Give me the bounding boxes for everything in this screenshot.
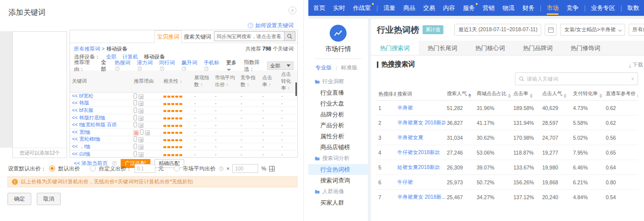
sidebar-item-brand-analysis[interactable]: 品牌分析 [308, 109, 368, 120]
sort-ctr[interactable]: 点击率 ↑ [260, 74, 279, 89]
calendar-button[interactable] [545, 24, 557, 36]
search-word-link[interactable]: 牛仔裙 [397, 179, 413, 185]
terminal-dropdown[interactable]: 所有终端 [629, 24, 644, 36]
nav-realtime[interactable]: 实时 [329, 0, 349, 16]
nav-home[interactable]: 首页 [309, 0, 329, 16]
sidebar-item-industry-overview[interactable]: 行业大盘 [308, 98, 368, 109]
nav-business-zone[interactable]: 业务专区 [587, 0, 619, 16]
clear-icon[interactable]: × [631, 76, 634, 82]
sort-pay-conversion[interactable]: 支付转化率 [572, 90, 604, 98]
keyword-link[interactable]: << 宽t恤 [72, 129, 90, 135]
keyword-filter-searchbox[interactable]: × [515, 72, 638, 85]
tab-product-words[interactable]: 宝贝推词 [154, 30, 182, 43]
search-word-link[interactable]: 半身裙 [397, 105, 413, 110]
tab-search-keywords[interactable]: 搜索关键词 [182, 30, 213, 43]
radio-custom-bid[interactable] [90, 166, 96, 171]
nav-service[interactable]: 服务 [459, 0, 479, 16]
sort-relevance[interactable]: 相关性 ↓ [161, 77, 192, 85]
total-count: 共推荐 798 个关键词 [245, 46, 293, 53]
sort-cvr[interactable]: 点击转化率 ↑ [279, 70, 297, 92]
nav-goods[interactable]: 商品 [399, 0, 419, 16]
search-word-link[interactable]: 牛仔裙女2018新款 [397, 149, 440, 155]
reason-option-peer[interactable]: 同行词? [159, 59, 177, 72]
search-word-link[interactable]: 半身裙夏女 2018新... [397, 194, 445, 200]
category-dropdown[interactable]: 女装/女士精品>半身裙 [560, 24, 625, 36]
table-scrollbar[interactable] [295, 82, 297, 96]
sort-avg-bid[interactable]: 市场平均出价 ↑ [213, 74, 239, 89]
index-filter-dropdown[interactable]: 全部 [267, 61, 293, 70]
sort-mall-click-share[interactable]: 商城点击占比 [475, 90, 512, 98]
sidebar-item-shop-ranking[interactable]: 商品店铺榜 [308, 142, 368, 153]
radio-market-avg-bid[interactable] [174, 166, 180, 171]
sort-impressions[interactable]: 展现指数 ↑ [192, 74, 213, 89]
nav-trade[interactable]: 交易 [419, 0, 439, 16]
tab-hot-core-words[interactable]: 热门核心词 [466, 41, 514, 55]
tab-hot-brand-words[interactable]: 热门品牌词 [514, 41, 562, 55]
keyword-link[interactable]: << bf宽松 [72, 93, 93, 99]
keyword-link[interactable]: << 白t恤 [72, 151, 90, 157]
sidebar-item-industry-live[interactable]: 行业直播 [308, 87, 368, 98]
arrow-down-icon: ↓ [180, 79, 182, 84]
keyword-search-input[interactable] [214, 31, 285, 41]
date-range-picker[interactable]: 最近1天 (2018-07-11~2018-07-11) [454, 24, 541, 36]
sort-competition[interactable]: 竞争指数 ↑ [238, 74, 260, 89]
tab-hot-longtail-words[interactable]: 热门长尾词 [419, 41, 466, 55]
version-pro-tab[interactable]: 专业版 [315, 64, 332, 71]
sort-search-popularity[interactable]: 搜索人气 [445, 90, 475, 98]
close-icon[interactable]: × [288, 6, 296, 14]
sidebar-item-buyer-crowd[interactable]: 买家人群 [308, 197, 368, 208]
tab-hot-search-words[interactable]: 热门搜索词 [371, 41, 419, 55]
version-standard-tab[interactable]: 标准版 [341, 64, 358, 71]
reason-option-mobiletag[interactable]: 手机标? [204, 59, 221, 72]
search-word-link[interactable]: 短裙女夏2018新款 [397, 164, 440, 170]
sidebar-item-industry-hotwords[interactable]: 行业热词榜 [308, 164, 368, 175]
calculator-grid-icon[interactable] [269, 166, 275, 171]
sort-ztc-ref-price[interactable]: 直通车参考价 [604, 90, 638, 98]
nav-data-fetch[interactable]: 取数 [624, 0, 644, 16]
cancel-button[interactable]: 取消 [37, 193, 61, 205]
keyword-link[interactable]: << 韩版 [72, 100, 89, 106]
nav-warroom[interactable]: 作战室 [349, 0, 375, 16]
reason-option-hot[interactable]: 热搜词? [115, 59, 132, 72]
keyword-link[interactable]: << 宽松棉t恤 [72, 136, 100, 142]
sidebar-item-search-word-query[interactable]: 搜索词查询 [308, 175, 368, 186]
sidebar-item-product-analysis[interactable]: 产品分析 [308, 120, 368, 131]
nav-content[interactable]: 内容 [439, 0, 459, 16]
search-button[interactable] [285, 31, 295, 41]
sort-icon [530, 94, 533, 98]
more-dropdown[interactable]: 更多 [226, 59, 239, 72]
nav-traffic[interactable]: 流量 [379, 0, 399, 16]
nav-marketing[interactable]: 营销 [479, 0, 499, 16]
keyword-link[interactable]: << t恤宽松韩版 百搭 [72, 122, 117, 127]
download-link[interactable]: ↓ 下载 [629, 61, 644, 68]
notification-dot [476, 3, 478, 5]
calendar-icon [548, 27, 554, 33]
keyword-link[interactable]: << ，t恤 [72, 144, 90, 149]
nav-market[interactable]: 市场 [543, 0, 563, 16]
nav-competition[interactable]: 竞争 [563, 0, 582, 16]
selected-keywords-box[interactable]: 您还可以添加12个 [12, 31, 67, 158]
sidebar-item-attribute-analysis[interactable]: 属性分析 [308, 131, 368, 142]
keyword-filter-input[interactable] [527, 76, 629, 82]
keyword-link[interactable]: << 韩版打底t恤 [72, 115, 105, 120]
breadcrumb[interactable]: 所有推荐词 > [74, 46, 105, 53]
sort-click-popularity[interactable]: 点击人气 [541, 90, 572, 98]
confirm-button[interactable]: 确定 [7, 193, 31, 205]
keyword-link[interactable]: << bf衣服 [72, 108, 93, 113]
sort-ctr[interactable]: 点击率 [512, 90, 541, 98]
search-word-link[interactable]: 半身裙夏女 2018新款 [397, 119, 445, 125]
radio-default-bid[interactable] [49, 166, 55, 171]
nav-finance[interactable]: 财务 [518, 0, 538, 16]
search-word-link[interactable]: 半身裙女夏 [397, 134, 424, 140]
help-link[interactable]: ? 如何设置关键词 [248, 22, 293, 29]
market-bid-percent-input[interactable] [232, 164, 258, 173]
custom-bid-input[interactable] [135, 164, 155, 173]
tab-hot-modifier-words[interactable]: 热门修饰词 [562, 41, 609, 55]
relevance-bars [161, 107, 192, 113]
section-title: 热搜搜索词 [381, 60, 415, 69]
reason-option-all[interactable]: 全部 [101, 59, 110, 73]
reason-option-potential[interactable]: 潜力词? [137, 59, 154, 72]
reason-option-rising[interactable]: 飙升词? [181, 59, 199, 72]
nav-logistics[interactable]: 物流 [499, 0, 518, 16]
section-search-word-analysis: 搜索词分析 [308, 153, 368, 164]
